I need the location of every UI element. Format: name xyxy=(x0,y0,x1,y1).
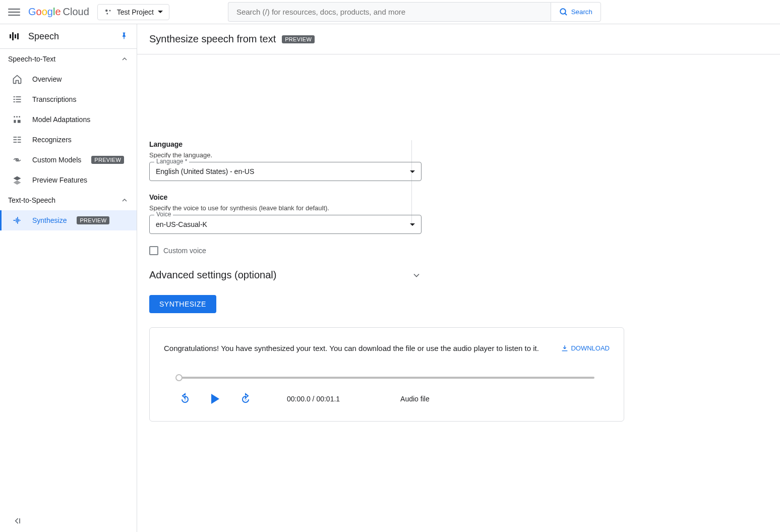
preview-features-icon xyxy=(12,175,22,185)
language-description: Specify the language. xyxy=(149,151,624,159)
audio-time: 00:00.0 / 00:01.1 xyxy=(287,395,340,403)
nav-label: Transcriptions xyxy=(32,95,76,103)
svg-rect-24 xyxy=(14,142,17,143)
section-speech-to-text[interactable]: Speech-to-Text xyxy=(0,49,137,69)
language-field-label: Language * xyxy=(154,158,189,165)
search-icon xyxy=(559,8,568,17)
sidebar: Speech Speech-to-Text Overview Transcrip… xyxy=(0,24,137,532)
search-container: Search xyxy=(228,2,601,22)
svg-rect-7 xyxy=(15,34,16,38)
svg-point-0 xyxy=(105,9,108,12)
project-selector[interactable]: Test Project xyxy=(97,4,169,20)
sidebar-item-model-adaptations[interactable]: Model Adaptations xyxy=(0,109,137,130)
svg-line-4 xyxy=(565,13,567,15)
svg-rect-9 xyxy=(14,96,15,97)
nav-label: Synthesize xyxy=(32,216,67,224)
custom-voice-checkbox[interactable] xyxy=(149,246,158,255)
voice-heading: Voice xyxy=(149,193,624,201)
page-title: Synthesize speech from text xyxy=(149,33,276,45)
svg-rect-19 xyxy=(18,120,21,123)
sidebar-collapse-button[interactable] xyxy=(12,516,22,526)
chevron-down-icon xyxy=(411,270,422,280)
google-cloud-logo[interactable]: Google Cloud xyxy=(28,6,89,18)
search-input[interactable] xyxy=(228,2,551,22)
replay-5-icon[interactable]: 5 xyxy=(179,393,191,405)
audio-player: 5 5 00:00.0 / 00:01.1 Audio file xyxy=(164,377,610,405)
search-button[interactable]: Search xyxy=(551,2,601,22)
svg-rect-17 xyxy=(19,116,20,117)
svg-rect-22 xyxy=(14,139,17,140)
nav-label: Custom Models xyxy=(32,156,81,164)
svg-rect-10 xyxy=(16,96,21,97)
svg-rect-20 xyxy=(14,137,17,138)
svg-rect-12 xyxy=(16,99,21,100)
svg-rect-21 xyxy=(18,137,21,138)
sidebar-item-recognizers[interactable]: Recognizers xyxy=(0,130,137,150)
sidebar-item-overview[interactable]: Overview xyxy=(0,69,137,89)
custom-models-icon xyxy=(12,155,22,165)
sidebar-item-transcriptions[interactable]: Transcriptions xyxy=(0,89,137,109)
home-icon xyxy=(12,74,22,84)
download-button[interactable]: DOWNLOAD xyxy=(561,344,610,352)
top-header: Google Cloud Test Project Search xyxy=(0,0,780,24)
voice-value: en-US-Casual-K xyxy=(156,220,207,228)
collapse-icon xyxy=(12,516,22,526)
language-select[interactable]: English (United States) - en-US xyxy=(149,162,422,181)
svg-rect-18 xyxy=(14,120,16,123)
result-message: Congratulations! You have synthesized yo… xyxy=(164,344,539,352)
voice-description: Specify the voice to use for synthesis (… xyxy=(149,204,624,212)
section-text-to-speech[interactable]: Text-to-Speech xyxy=(0,190,137,210)
audio-track[interactable] xyxy=(179,377,594,379)
download-label: DOWNLOAD xyxy=(571,344,610,352)
language-field: Language * English (United States) - en-… xyxy=(149,162,422,181)
voice-select[interactable]: en-US-Casual-K xyxy=(149,215,422,234)
svg-rect-15 xyxy=(14,116,15,117)
recognizers-icon xyxy=(12,135,22,145)
pin-icon[interactable] xyxy=(119,32,129,41)
svg-rect-16 xyxy=(16,116,18,117)
svg-rect-25 xyxy=(18,142,21,143)
audio-thumb[interactable] xyxy=(175,374,183,381)
section-label: Text-to-Speech xyxy=(8,196,55,204)
nav-label: Overview xyxy=(32,75,62,83)
logo-cloud-text: Cloud xyxy=(63,6,89,18)
chevron-up-icon xyxy=(121,55,129,63)
svg-point-3 xyxy=(560,9,566,14)
chevron-down-icon xyxy=(158,11,163,13)
sidebar-item-custom-models[interactable]: Custom Models PREVIEW xyxy=(0,150,137,170)
sidebar-item-synthesize[interactable]: Synthesize PREVIEW xyxy=(0,210,137,230)
svg-rect-6 xyxy=(12,32,14,40)
forward-5-icon[interactable]: 5 xyxy=(239,393,252,405)
svg-rect-13 xyxy=(14,101,15,102)
svg-point-1 xyxy=(109,10,110,11)
transcriptions-icon xyxy=(12,94,22,104)
synthesize-icon xyxy=(12,215,22,225)
preview-badge: PREVIEW xyxy=(282,35,315,43)
sidebar-item-preview-features[interactable]: Preview Features xyxy=(0,170,137,190)
svg-text:5: 5 xyxy=(184,397,186,401)
voice-field-label: Voice xyxy=(154,211,173,218)
play-button-icon[interactable] xyxy=(211,394,219,404)
language-section: Language Specify the language. Language … xyxy=(149,140,624,181)
synthesize-button[interactable]: SYNTHESIZE xyxy=(149,295,216,313)
svg-rect-11 xyxy=(14,99,15,100)
main-content: Synthesize speech from text PREVIEW Lang… xyxy=(137,24,780,532)
svg-rect-5 xyxy=(10,34,11,38)
sidebar-title: Speech xyxy=(28,31,111,42)
voice-section: Voice Specify the voice to use for synth… xyxy=(149,193,624,234)
advanced-settings-toggle[interactable]: Advanced settings (optional) xyxy=(149,269,422,281)
voice-field: Voice en-US-Casual-K xyxy=(149,215,422,234)
vertical-divider xyxy=(411,140,412,223)
speech-product-icon xyxy=(8,30,20,42)
chevron-down-icon xyxy=(410,223,415,226)
result-card: Congratulations! You have synthesized yo… xyxy=(149,327,624,422)
hamburger-menu-icon[interactable] xyxy=(8,6,20,18)
download-icon xyxy=(561,344,569,352)
preview-badge: PREVIEW xyxy=(91,156,124,164)
model-adaptations-icon xyxy=(12,114,22,125)
svg-rect-23 xyxy=(18,139,21,140)
nav-label: Preview Features xyxy=(32,176,87,184)
custom-voice-row: Custom voice xyxy=(149,246,624,255)
project-icon xyxy=(104,8,113,17)
page-header: Synthesize speech from text PREVIEW xyxy=(137,24,780,54)
